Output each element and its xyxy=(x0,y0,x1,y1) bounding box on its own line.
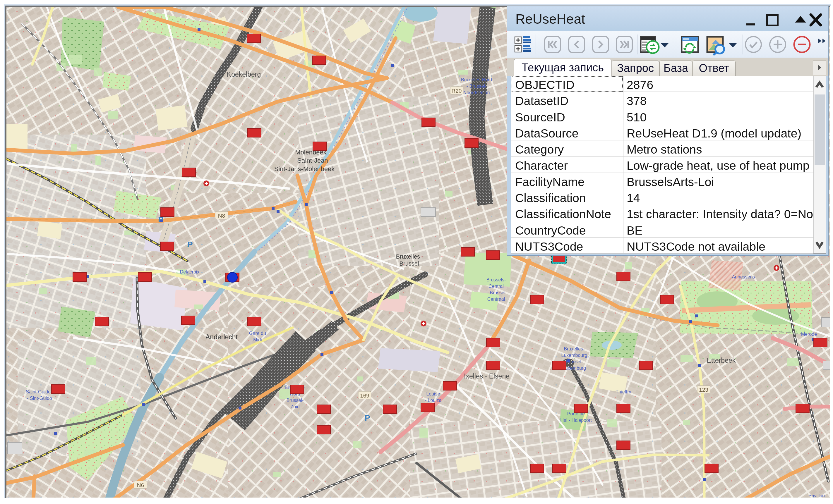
svg-text:N8: N8 xyxy=(218,213,225,219)
svg-text:P: P xyxy=(187,240,193,249)
svg-text:R20: R20 xyxy=(452,88,462,94)
svg-text:Ixelles - Elsene: Ixelles - Elsene xyxy=(464,372,509,380)
svg-text:Annessens: Annessens xyxy=(732,274,755,279)
svg-text:Saint-Guidon: Saint-Guidon xyxy=(26,389,53,394)
svg-text:Delacroix: Delacroix xyxy=(180,270,199,274)
svg-text:Bruxelles -: Bruxelles - xyxy=(396,253,424,260)
svg-text:Centraal: Centraal xyxy=(487,297,505,302)
svg-text:Gare du: Gare du xyxy=(249,331,266,336)
svg-text:Bruxelles-: Bruxelles- xyxy=(564,346,585,351)
svg-text:123: 123 xyxy=(699,387,708,393)
svg-text:Hal - Halepoort: Hal - Halepoort xyxy=(560,418,592,423)
svg-text:Bruxelles-Nord: Bruxelles-Nord xyxy=(461,77,492,82)
svg-text:N6: N6 xyxy=(137,482,144,488)
svg-text:Brussel-: Brussel- xyxy=(566,359,583,364)
svg-text:Merode: Merode xyxy=(801,332,817,337)
svg-text:- Brussel: - Brussel xyxy=(487,290,505,295)
svg-text:Pavillon: Pavillon xyxy=(808,493,825,498)
svg-text:Sint-Jans-Molenbeek: Sint-Jans-Molenbeek xyxy=(274,165,335,173)
svg-text:Anderlecht: Anderlecht xyxy=(206,333,238,341)
svg-text:- Louiza: - Louiza xyxy=(425,398,442,403)
svg-text:Luxembourg: Luxembourg xyxy=(562,353,588,358)
svg-text:- Brussel-: - Brussel- xyxy=(467,84,486,89)
svg-text:Midi: Midi xyxy=(253,337,262,342)
svg-text:Brussel-: Brussel- xyxy=(287,398,304,403)
svg-text:Central: Central xyxy=(489,284,504,289)
svg-text:Brussels-: Brussels- xyxy=(486,277,506,282)
svg-text:- Sint-Guido: - Sint-Guido xyxy=(27,396,52,401)
svg-text:P: P xyxy=(365,413,370,422)
svg-text:Koekelberg: Koekelberg xyxy=(227,71,261,78)
svg-text:Louise: Louise xyxy=(426,392,440,396)
svg-text:Thieffry: Thieffry xyxy=(616,389,631,394)
svg-text:Etterbeek: Etterbeek xyxy=(707,357,736,364)
svg-text:Saint-Jean: Saint-Jean xyxy=(297,157,328,164)
svg-text:Noordstation: Noordstation xyxy=(463,90,490,95)
svg-text:Zuid: Zuid xyxy=(290,404,300,409)
svg-text:Brussel: Brussel xyxy=(400,260,419,267)
svg-text:169: 169 xyxy=(360,393,370,399)
